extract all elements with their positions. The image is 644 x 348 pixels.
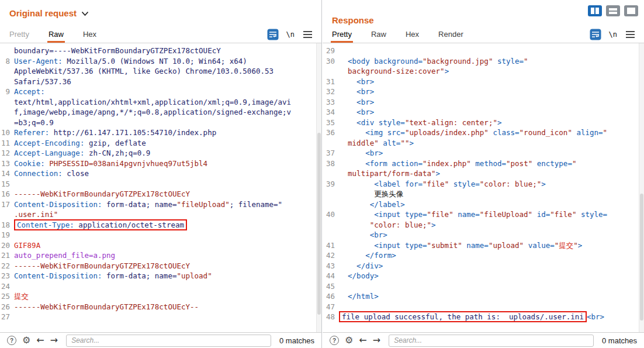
- code-row: 18Content-Type: application/octet-stream: [0, 220, 321, 230]
- line-number: 9: [0, 87, 14, 97]
- newline-toggle[interactable]: \n: [286, 30, 295, 39]
- code-row: 47: [323, 302, 644, 312]
- code-row: 38 <form action="index.php" method="post…: [323, 159, 644, 169]
- line-number: 15: [0, 179, 14, 189]
- code-row: 40 <input type="file" name="fileUpload" …: [323, 209, 644, 220]
- code-row: 27: [0, 312, 321, 322]
- line-number: [323, 168, 339, 179]
- help-icon[interactable]: ?: [330, 336, 339, 345]
- request-panel-title: Original request: [9, 8, 77, 18]
- response-viewer[interactable]: 2930 <body background="background.jpg" s…: [323, 43, 644, 332]
- code-row: 19: [0, 230, 321, 240]
- next-match-button[interactable]: →: [373, 336, 380, 345]
- line-number: 41: [323, 240, 339, 251]
- request-panel-header: Original request: [0, 0, 321, 26]
- help-icon[interactable]: ?: [7, 336, 16, 345]
- code-row: middle" alt="">: [323, 138, 644, 149]
- scrollbar-thumb[interactable]: [640, 194, 643, 321]
- previous-match-button[interactable]: ←: [36, 336, 44, 345]
- line-number: 23: [0, 271, 14, 281]
- code-row: 8User-Agent: Mozilla/5.0 (Windows NT 10.…: [0, 56, 321, 67]
- line-number: 42: [323, 250, 339, 261]
- tab-pretty[interactable]: Pretty: [331, 26, 353, 43]
- tab-render[interactable]: Render: [437, 26, 465, 43]
- code-row: 10Referer: http://61.147.171.105:54710/i…: [0, 128, 321, 138]
- code-row: Safari/537.36: [0, 77, 321, 87]
- line-number: 31: [323, 77, 339, 87]
- line-number: 32: [323, 87, 339, 97]
- layout-columns-button[interactable]: [588, 5, 602, 16]
- match-count: 0 matches: [279, 336, 314, 345]
- code-row: 21auto_prepend_file=a.png: [0, 250, 321, 261]
- line-number: 48: [323, 312, 339, 322]
- line-number: 29: [323, 46, 339, 56]
- line-number: 8: [0, 56, 14, 67]
- layout-buttons: [588, 5, 638, 16]
- line-number: 11: [0, 138, 14, 149]
- line-number: [0, 66, 14, 77]
- gear-icon[interactable]: ⚙: [345, 336, 353, 345]
- word-wrap-icon[interactable]: [590, 29, 601, 40]
- code-row: 34 <br>: [323, 107, 644, 118]
- request-searchbar: ? ⚙ ← → 0 matches: [0, 332, 321, 348]
- layout-stack-button[interactable]: [606, 5, 620, 16]
- response-searchbar: ? ⚙ ← → 0 matches: [323, 332, 644, 348]
- request-scrollbar[interactable]: [316, 43, 321, 332]
- line-number: [0, 209, 14, 220]
- scrollbar-thumb[interactable]: [317, 133, 321, 315]
- line-number: [323, 66, 339, 77]
- next-match-button[interactable]: →: [50, 336, 58, 345]
- hamburger-menu-icon[interactable]: [302, 30, 313, 39]
- tab-raw[interactable]: Raw: [47, 26, 65, 43]
- response-scrollbar[interactable]: [639, 43, 644, 332]
- code-row: 11Accept-Encoding: gzip, deflate: [0, 138, 321, 149]
- line-number: 47: [323, 302, 339, 312]
- code-row: 36 <img src="uploads/index.php" class="r…: [323, 128, 644, 138]
- previous-match-button[interactable]: ←: [359, 336, 366, 345]
- line-number: [323, 220, 339, 230]
- line-number: [0, 97, 14, 108]
- hamburger-menu-icon[interactable]: [625, 30, 636, 39]
- code-row: 48file upload successful, the path is: u…: [323, 312, 644, 322]
- code-row: 14Connection: close: [0, 168, 321, 179]
- code-row: 13Cookie: PHPSESSID=038ani4pgvnjvhueq97u…: [0, 159, 321, 169]
- line-number: [323, 189, 339, 199]
- code-row: <br>: [323, 230, 644, 240]
- chevron-down-icon: [81, 11, 89, 16]
- code-row: AppleWebKit/537.36 (KHTML, like Gecko) C…: [0, 66, 321, 77]
- code-row: 24: [0, 281, 321, 292]
- tab-pretty[interactable]: Pretty: [8, 26, 30, 43]
- line-number: 12: [0, 148, 14, 159]
- highlight-box: Content-Type: application/octet-stream: [14, 219, 187, 230]
- word-wrap-icon[interactable]: [267, 29, 279, 40]
- code-row: 15: [0, 179, 321, 189]
- newline-toggle[interactable]: \n: [609, 30, 617, 39]
- message-editor-window: Original request PrettyRawHex \n boundar…: [0, 0, 644, 348]
- layout-single-button[interactable]: [624, 5, 638, 16]
- line-number: 30: [323, 56, 339, 67]
- line-number: 21: [0, 250, 14, 261]
- request-editor[interactable]: boundary=----WebKitFormBoundaryGTZPEx178…: [0, 43, 321, 332]
- search-input[interactable]: [389, 335, 594, 347]
- gear-icon[interactable]: ⚙: [22, 336, 30, 345]
- line-number: 24: [0, 281, 14, 292]
- code-row: background-size:cover">: [323, 66, 644, 77]
- line-number: 25: [0, 291, 14, 302]
- tab-raw[interactable]: Raw: [370, 26, 387, 43]
- response-panel-title: Response: [332, 15, 374, 25]
- line-number: 38: [323, 159, 339, 169]
- code-row: 25提交: [0, 291, 321, 302]
- code-row: </label>: [323, 199, 644, 210]
- code-row: 42 </form>: [323, 250, 644, 261]
- code-row: 33 <br>: [323, 97, 644, 108]
- line-number: 34: [323, 107, 339, 118]
- code-row: 46 </html>: [323, 291, 644, 302]
- line-number: [0, 77, 14, 87]
- tab-hex[interactable]: Hex: [404, 26, 420, 43]
- request-selector[interactable]: Original request: [9, 8, 89, 18]
- code-row: 43 </div>: [323, 261, 644, 271]
- search-input[interactable]: [66, 335, 271, 347]
- code-row: 20GIF89A: [0, 240, 321, 251]
- tab-hex[interactable]: Hex: [82, 26, 98, 43]
- line-number: 26: [0, 302, 14, 312]
